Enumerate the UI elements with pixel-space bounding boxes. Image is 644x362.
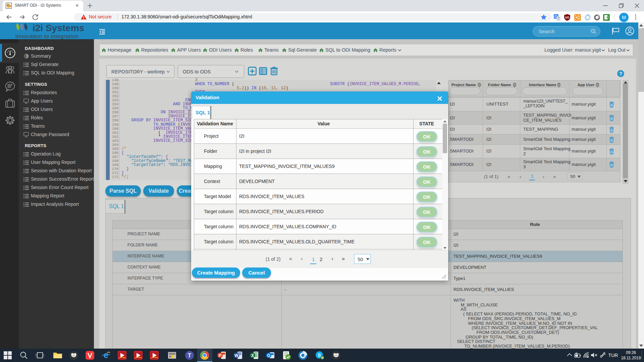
svg-text:T: T [188,353,191,358]
svg-text:P: P [219,353,222,358]
svg-text:UO: UO [565,16,570,19]
svg-text:文: 文 [557,16,560,20]
svg-text:?: ? [619,71,622,76]
svg-text:O: O [267,353,270,358]
svg-text:M: M [622,15,626,20]
svg-text:X: X [251,353,254,358]
svg-text:W: W [234,353,238,358]
